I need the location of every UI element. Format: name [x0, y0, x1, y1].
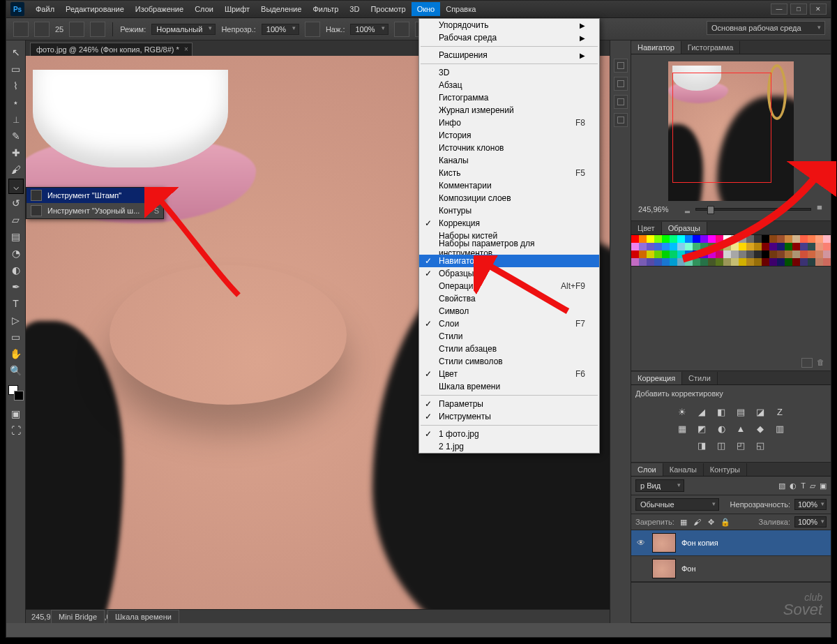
navigator-tab[interactable]: Навигатор	[631, 41, 681, 54]
minimize-button[interactable]: —	[771, 3, 787, 15]
menu-item[interactable]: ✓Коррекция	[419, 217, 599, 230]
marquee-tool[interactable]: ▭	[8, 61, 24, 77]
menu-item[interactable]: Стили абзацев	[419, 343, 599, 355]
menu-item[interactable]: Композиции слоев	[419, 192, 599, 204]
histogram-tab[interactable]: Гистограмма	[681, 41, 741, 54]
menu-item[interactable]: Гистограмма	[419, 91, 599, 104]
menu-окно[interactable]: Окно	[412, 2, 441, 16]
menu-item[interactable]: ИнфоF8	[419, 117, 599, 129]
clone-stamp-tool[interactable]: ⌵	[8, 179, 24, 194]
layer-row[interactable]: 👁Фон копия	[631, 530, 831, 556]
layer-thumbnail[interactable]	[652, 559, 676, 578]
color-swatches[interactable]	[8, 385, 24, 400]
swatch[interactable]	[662, 258, 670, 266]
screenmode-tool[interactable]: ⛶	[8, 423, 24, 438]
shape-tool[interactable]: ▭	[8, 329, 24, 345]
layer-row[interactable]: Фон	[631, 556, 831, 582]
menu-item[interactable]: Расширения▶	[419, 49, 599, 61]
document-tab[interactable]: фото.jpg @ 246% (Фон копия, RGB/8#) * ×	[30, 43, 193, 56]
dodge-tool[interactable]: ◐	[8, 262, 24, 278]
history-brush-tool[interactable]: ↺	[8, 195, 24, 211]
type-tool[interactable]: T	[8, 296, 24, 311]
collapsed-panel-icon[interactable]	[614, 59, 628, 73]
lasso-tool[interactable]: ⌇	[8, 78, 24, 93]
menu-item[interactable]: ✓ЦветF6	[419, 368, 599, 380]
menu-item[interactable]: ✓Инструменты	[419, 410, 599, 423]
wand-tool[interactable]: ⋆	[8, 95, 24, 110]
lock-all-icon[interactable]: 🔒	[721, 517, 730, 527]
flyout-item[interactable]: Инструмент "Узорный ш...S	[27, 203, 163, 218]
menu-слои[interactable]: Слои	[189, 2, 219, 16]
blur-tool[interactable]: ◔	[8, 246, 24, 261]
menu-3d[interactable]: 3D	[344, 2, 365, 16]
menu-item[interactable]: Источник клонов	[419, 142, 599, 154]
menu-item[interactable]: Упорядочить▶	[419, 19, 599, 31]
swatch[interactable]	[662, 243, 670, 250]
layer-fill-field[interactable]: 100%	[794, 516, 827, 527]
swatch[interactable]	[647, 243, 654, 250]
hand-tool[interactable]: ✋	[8, 346, 24, 361]
zoom-tool[interactable]: 🔍	[8, 363, 24, 378]
blend-mode-select[interactable]: Обычные	[635, 498, 719, 511]
menu-item[interactable]: Стили	[419, 330, 599, 343]
filter-adj-icon[interactable]: ◐	[790, 481, 797, 491]
mode-select[interactable]: Нормальный	[151, 24, 216, 35]
swatch[interactable]	[631, 243, 639, 250]
adjustments-tab[interactable]: Коррекция	[631, 372, 682, 384]
swatch[interactable]	[662, 250, 670, 258]
menu-item[interactable]: История	[419, 129, 599, 142]
menu-item[interactable]: Стили символов	[419, 355, 599, 368]
menu-item[interactable]: 3D	[419, 66, 599, 79]
swatch[interactable]	[662, 235, 670, 243]
layer-opacity-field[interactable]: 100%	[794, 499, 827, 510]
healing-tool[interactable]: ✚	[8, 145, 24, 160]
lock-trans-icon[interactable]: ▦	[679, 517, 688, 527]
swatch[interactable]	[647, 250, 654, 258]
eyedropper-tool[interactable]: ✎	[8, 128, 24, 144]
menu-item[interactable]: Абзац	[419, 79, 599, 91]
menu-item[interactable]: Шкала времени	[419, 380, 599, 393]
swatch[interactable]	[639, 235, 647, 243]
menu-item[interactable]: Журнал измерений	[419, 104, 599, 117]
brush-panel-button[interactable]	[69, 22, 84, 37]
brush-preview-button[interactable]	[34, 22, 50, 37]
menu-item[interactable]: Наборы параметров для инструментов	[419, 242, 599, 255]
menu-редактирование[interactable]: Редактирование	[60, 2, 130, 16]
menu-файл[interactable]: Файл	[30, 2, 60, 16]
menu-изображение[interactable]: Изображение	[130, 2, 189, 16]
filter-type-icon[interactable]: T	[801, 481, 806, 490]
menu-шрифт[interactable]: Шрифт	[219, 2, 255, 16]
collapsed-panel-icon[interactable]	[614, 95, 628, 109]
brush-settings-button[interactable]	[90, 22, 105, 37]
filter-smart-icon[interactable]: ▣	[820, 481, 827, 491]
layer-visibility-icon[interactable]: 👁	[635, 538, 647, 548]
menu-item[interactable]: Комментарии	[419, 179, 599, 192]
new-swatch-icon[interactable]	[801, 358, 813, 368]
swatch[interactable]	[631, 250, 639, 258]
collapsed-panel-icon[interactable]	[614, 113, 628, 127]
pressure-opacity-icon[interactable]	[305, 22, 320, 37]
swatch[interactable]	[631, 235, 639, 243]
color-tab[interactable]: Цвет	[631, 222, 662, 234]
mini-bridge-tab[interactable]: Mini Bridge	[51, 610, 105, 623]
swatch[interactable]	[654, 250, 662, 258]
menu-фильтр[interactable]: Фильтр	[307, 2, 344, 16]
menu-item[interactable]: 2 1.jpg	[419, 440, 599, 453]
tool-preset-button[interactable]	[13, 22, 29, 37]
swatch[interactable]	[647, 258, 654, 266]
path-select-tool[interactable]: ▷	[8, 313, 24, 328]
airbrush-icon[interactable]	[394, 22, 409, 37]
opacity-field[interactable]: 100%	[262, 24, 299, 35]
swatch[interactable]	[647, 235, 654, 243]
swatch[interactable]	[639, 250, 647, 258]
eraser-tool[interactable]: ▱	[8, 212, 24, 227]
lock-paint-icon[interactable]: 🖌	[693, 517, 702, 527]
menu-item[interactable]: ✓1 фото.jpg	[419, 428, 599, 440]
trash-icon[interactable]: 🗑	[817, 358, 827, 368]
maximize-button[interactable]: □	[790, 3, 807, 15]
channels-tab[interactable]: Каналы	[663, 463, 704, 476]
menu-item[interactable]: Рабочая среда▶	[419, 31, 599, 44]
move-tool[interactable]: ↖	[8, 45, 24, 60]
layers-tab[interactable]: Слои	[631, 463, 663, 476]
menu-item[interactable]: Контуры	[419, 204, 599, 217]
